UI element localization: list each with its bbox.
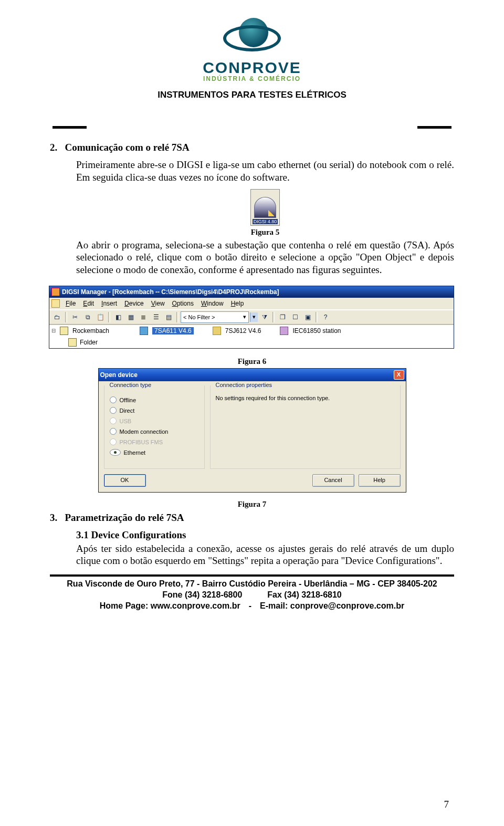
connection-props-text: No settings required for this connection… [216, 395, 395, 401]
group-connection-type: Offline Direct USB Modem connection PROF… [104, 385, 205, 469]
section-3-para: Após ter sido estabelecida a conexão, ac… [76, 542, 454, 568]
project-icon [60, 327, 68, 335]
window-titlebar[interactable]: DIGSI Manager - [Rockembach -- C:\Siemen… [49, 286, 454, 298]
logo-graphic [223, 16, 281, 58]
section-3-number: 3. [50, 512, 57, 523]
folder-icon [68, 338, 77, 347]
toolbar-detail-icon[interactable]: ▤ [163, 311, 174, 323]
tree-folder-label[interactable]: Folder [80, 339, 98, 346]
radio-modem[interactable]: Modem connection [110, 426, 199, 437]
section-2-para-1: Primeiramente abre-se o DIGSI e liga-se … [76, 159, 454, 184]
dialog-titlebar[interactable]: Open device X [99, 369, 406, 381]
close-icon[interactable]: X [394, 370, 404, 380]
mdi-icon [51, 299, 60, 308]
device-7sj612[interactable]: 7SJ612 V4.6 [225, 327, 261, 334]
tree-folder-row: Folder [49, 337, 454, 348]
digsi-icon-graphic [254, 197, 276, 218]
section-3-heading: 3. Parametrização do relé 7SA [50, 512, 454, 524]
digsi-manager-window: DIGSI Manager - [Rockembach -- C:\Siemen… [49, 286, 454, 349]
footer-rule [50, 574, 454, 577]
menu-view[interactable]: View [148, 299, 168, 308]
ok-button[interactable]: OK [104, 474, 146, 487]
menu-options[interactable]: Options [169, 299, 197, 308]
radio-icon [110, 438, 117, 445]
toolbar-copy-icon[interactable]: ⧉ [82, 311, 93, 323]
brand-subline: INDÚSTRIA & COMÉRCIO [50, 76, 454, 82]
footer-line-3: Home Page: www.conprove.com.br - E-mail:… [50, 601, 454, 612]
header-rule-right [417, 126, 452, 129]
toolbar-nav2-icon[interactable]: ▦ [125, 311, 136, 323]
toolbar-props-icon[interactable]: ▣ [302, 311, 313, 323]
footer-address: Rua Visconde de Ouro Preto, 77 - Bairro … [50, 579, 454, 611]
menu-device[interactable]: Device [121, 299, 147, 308]
page-number: 7 [444, 799, 449, 810]
app-icon [51, 288, 60, 296]
station-icon [280, 327, 288, 335]
digsi-icon-label: DIGSI 4.80 [253, 219, 278, 224]
toolbar-cut-icon[interactable]: ✂ [69, 311, 81, 323]
radio-offline[interactable]: Offline [110, 395, 199, 405]
toolbar-cascade-icon[interactable]: ❐ [277, 311, 288, 323]
header-rule-left [52, 126, 87, 129]
toolbar-help-icon[interactable]: ? [320, 311, 331, 323]
toolbar-open-icon[interactable]: 🗀 [51, 311, 63, 323]
section-3-title: Parametrização do relé 7SA [65, 512, 184, 523]
section-3-sub: 3.1 Device Configurations [76, 529, 454, 541]
toolbar-tile-icon[interactable]: ☐ [289, 311, 301, 323]
toolbar-nav1-icon[interactable]: ◧ [112, 311, 124, 323]
group-connection-props: No settings required for this connection… [210, 385, 401, 469]
window-title: DIGSI Manager - [Rockembach -- C:\Siemen… [62, 288, 279, 296]
help-button[interactable]: Help [359, 474, 401, 487]
brand-tagline: INSTRUMENTOS PARA TESTES ELÉTRICOS [50, 90, 454, 100]
radio-icon [110, 396, 117, 403]
menu-help[interactable]: Help [228, 299, 247, 308]
radio-direct[interactable]: Direct [110, 405, 199, 416]
menu-file[interactable]: File [62, 299, 79, 308]
menu-insert[interactable]: Insert [98, 299, 120, 308]
toolbar-nav3-icon[interactable]: ≣ [138, 311, 149, 323]
radio-usb: USB [110, 416, 199, 426]
radio-icon [110, 417, 117, 424]
device-iec61850[interactable]: IEC61850 station [292, 327, 341, 334]
digsi-desktop-icon[interactable]: DIGSI 4.80 [250, 189, 280, 226]
tree-and-list-row: ⊟ Rockembach 7SA611 V4.6 7SJ612 V4.6 IEC… [49, 325, 454, 337]
section-2-heading: 2. Comunicação com o relé 7SA [50, 142, 454, 153]
filter-dropdown-button[interactable]: ▾ [250, 312, 258, 322]
toolbar-paste-icon[interactable]: 📋 [94, 311, 106, 323]
dialog-button-row: OK Cancel Help [99, 471, 406, 492]
footer-line-2: Fone (34) 3218-6800 Fax (34) 3218-6810 [50, 590, 454, 601]
radio-icon [110, 428, 117, 435]
caption-figura-6: Figura 6 [50, 357, 454, 366]
radio-icon [110, 407, 117, 414]
section-2-para-2: Ao abrir o programa, seleciona-se a sube… [76, 239, 454, 276]
caption-figura-7: Figura 7 [50, 500, 454, 509]
radio-profibus: PROFIBUS FMS [110, 437, 199, 447]
menu-window[interactable]: Window [198, 299, 227, 308]
filter-combo[interactable]: < No Filter > ▾ [181, 311, 249, 323]
menu-edit[interactable]: Edit [80, 299, 97, 308]
device-icon [140, 327, 148, 335]
device-7sa611[interactable]: 7SA611 V4.6 [152, 327, 194, 334]
section-2-number: 2. [50, 142, 57, 153]
tree-root-label[interactable]: Rockembach [72, 327, 135, 334]
menubar: File Edit Insert Device View Options Win… [49, 298, 454, 310]
page-header: CONPROVE INDÚSTRIA & COMÉRCIO INSTRUMENT… [50, 16, 454, 142]
toolbar-funnel-icon[interactable]: ⧩ [259, 311, 270, 323]
radio-icon [110, 449, 121, 456]
toolbar: 🗀 ✂ ⧉ 📋 ◧ ▦ ≣ ☰ ▤ < No Filter > ▾ ▾ ⧩ ❐ … [49, 310, 454, 325]
cancel-button[interactable]: Cancel [312, 474, 354, 487]
toolbar-list-icon[interactable]: ☰ [150, 311, 162, 323]
chevron-down-icon: ▾ [243, 313, 246, 320]
brand-name: CONPROVE [50, 60, 454, 76]
filter-combo-text: < No Filter > [183, 314, 215, 320]
section-2-title: Comunicação com o relé 7SA [65, 142, 190, 153]
radio-ethernet[interactable]: Ethernet [110, 447, 199, 458]
brand-logo: CONPROVE INDÚSTRIA & COMÉRCIO [50, 16, 454, 82]
tree-toggle-icon[interactable]: ⊟ [51, 328, 56, 333]
open-device-dialog: Open device X Offline Direct USB [98, 368, 406, 493]
dialog-title-text: Open device [100, 371, 138, 379]
caption-figura-5: Figura 5 [76, 228, 454, 237]
footer-line-1: Rua Visconde de Ouro Preto, 77 - Bairro … [50, 579, 454, 590]
device-icon [213, 327, 221, 335]
